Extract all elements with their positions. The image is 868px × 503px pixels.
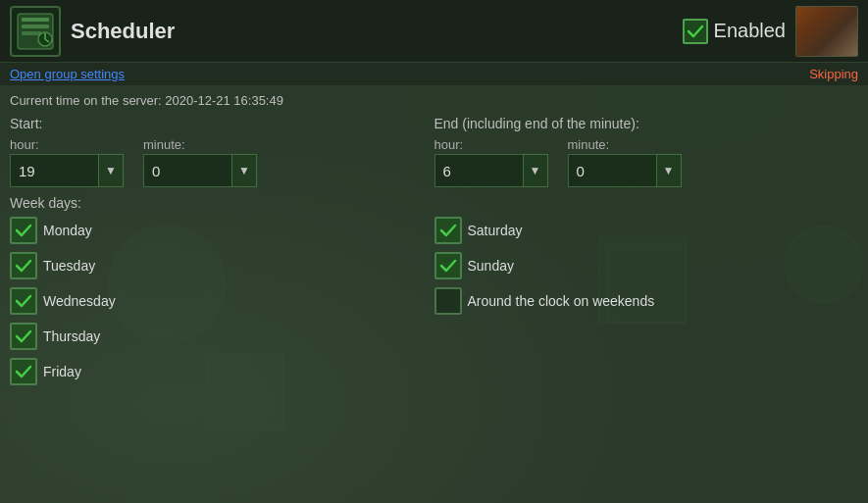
end-minute-dropdown[interactable]: ▼ <box>656 154 682 187</box>
main-content: Start: hour: ▼ minute: ▼ <box>0 112 868 393</box>
friday-row: Friday <box>10 358 434 385</box>
end-hour-group: hour: ▼ <box>434 137 548 187</box>
end-hour-input-container: ▼ <box>434 154 548 187</box>
start-hour-label: hour: <box>10 137 124 152</box>
end-hour-dropdown[interactable]: ▼ <box>523 154 548 187</box>
weekdays-left-col: Monday Tuesday Wed <box>10 217 434 393</box>
monday-row: Monday <box>10 217 434 244</box>
thursday-checkbox[interactable] <box>10 323 37 350</box>
enabled-section: Enabled <box>683 19 786 44</box>
app-title: Scheduler <box>71 19 683 44</box>
start-minute-input[interactable] <box>143 154 231 187</box>
tuesday-checkbox[interactable] <box>10 252 37 279</box>
time-section: Start: hour: ▼ minute: ▼ <box>10 112 858 187</box>
wednesday-checkbox[interactable] <box>10 287 37 315</box>
subheader: Open group settings Skipping <box>0 63 868 85</box>
weekdays-grid: Monday Tuesday Wed <box>10 217 858 393</box>
start-minute-group: minute: ▼ <box>143 137 257 187</box>
sunday-row: Sunday <box>434 252 859 279</box>
svg-rect-1 <box>22 18 49 22</box>
thursday-label: Thursday <box>43 328 100 344</box>
monday-checkbox[interactable] <box>10 217 37 244</box>
end-block: End (including end of the minute): hour:… <box>434 112 859 187</box>
end-minute-input-container: ▼ <box>568 154 682 187</box>
end-minute-input[interactable] <box>568 154 656 187</box>
end-hour-input[interactable] <box>434 154 523 187</box>
enabled-checkbox[interactable] <box>683 19 708 44</box>
end-time-row: hour: ▼ minute: ▼ <box>434 137 859 187</box>
weekdays-section: Week days: Monday <box>10 195 858 393</box>
current-time-display: Current time on the server: 2020-12-21 1… <box>0 85 868 112</box>
current-time-text: Current time on the server: 2020-12-21 1… <box>10 93 283 108</box>
svg-rect-2 <box>22 25 49 28</box>
friday-checkbox[interactable] <box>10 358 37 385</box>
svg-rect-3 <box>22 31 41 35</box>
thursday-row: Thursday <box>10 323 434 350</box>
end-minute-label: minute: <box>568 137 682 152</box>
start-minute-dropdown[interactable]: ▼ <box>231 154 257 187</box>
saturday-checkbox[interactable] <box>434 217 462 244</box>
sunday-checkbox[interactable] <box>434 252 462 279</box>
wednesday-row: Wednesday <box>10 287 434 315</box>
sunday-label: Sunday <box>468 258 514 274</box>
start-time-row: hour: ▼ minute: ▼ <box>10 137 434 187</box>
tuesday-label: Tuesday <box>43 258 95 274</box>
start-label: Start: <box>10 112 434 133</box>
open-group-settings-link[interactable]: Open group settings <box>10 67 125 81</box>
end-label: End (including end of the minute): <box>434 112 859 133</box>
thumbnail <box>795 6 858 57</box>
app-logo <box>10 6 61 57</box>
end-hour-label: hour: <box>434 137 548 152</box>
around-the-clock-checkbox[interactable] <box>434 287 462 315</box>
weekdays-right-col: Saturday Sunday Around the clock on week… <box>434 217 859 393</box>
weekdays-label: Week days: <box>10 195 858 211</box>
saturday-label: Saturday <box>468 223 523 238</box>
wednesday-label: Wednesday <box>43 293 116 309</box>
start-hour-dropdown[interactable]: ▼ <box>98 154 124 187</box>
around-the-clock-label: Around the clock on weekends <box>468 293 655 309</box>
start-hour-input-container: ▼ <box>10 154 124 187</box>
start-hour-group: hour: ▼ <box>10 137 124 187</box>
start-hour-input[interactable] <box>10 154 98 187</box>
monday-label: Monday <box>43 223 92 238</box>
friday-label: Friday <box>43 364 81 379</box>
enabled-label: Enabled <box>714 20 786 42</box>
header: Scheduler Enabled <box>0 0 868 63</box>
end-minute-group: minute: ▼ <box>568 137 682 187</box>
tuesday-row: Tuesday <box>10 252 434 279</box>
start-block: Start: hour: ▼ minute: ▼ <box>10 112 434 187</box>
skipping-status: Skipping <box>809 67 858 81</box>
around-the-clock-row: Around the clock on weekends <box>434 287 859 315</box>
start-minute-input-container: ▼ <box>143 154 257 187</box>
start-minute-label: minute: <box>143 137 257 152</box>
saturday-row: Saturday <box>434 217 859 244</box>
